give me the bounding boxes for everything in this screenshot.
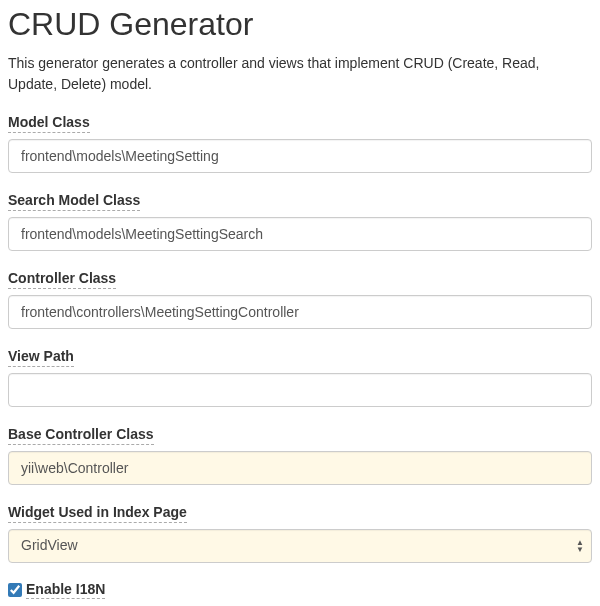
form-group-base-controller-class: Base Controller Class: [8, 425, 592, 485]
enable-i18n-checkbox[interactable]: [8, 583, 22, 597]
page-title: CRUD Generator: [8, 6, 592, 43]
widget-used-label: Widget Used in Index Page: [8, 504, 187, 523]
page-description: This generator generates a controller an…: [8, 53, 592, 95]
form-group-enable-i18n: Enable I18N: [8, 581, 592, 599]
search-model-class-label: Search Model Class: [8, 192, 140, 211]
base-controller-class-label: Base Controller Class: [8, 426, 154, 445]
controller-class-input[interactable]: [8, 295, 592, 329]
model-class-label: Model Class: [8, 114, 90, 133]
base-controller-class-input[interactable]: [8, 451, 592, 485]
model-class-input[interactable]: [8, 139, 592, 173]
form-group-widget-used: Widget Used in Index Page GridView ▲▼: [8, 503, 592, 563]
widget-used-select[interactable]: GridView: [8, 529, 592, 563]
search-model-class-input[interactable]: [8, 217, 592, 251]
view-path-input[interactable]: [8, 373, 592, 407]
view-path-label: View Path: [8, 348, 74, 367]
enable-i18n-label: Enable I18N: [26, 581, 105, 599]
controller-class-label: Controller Class: [8, 270, 116, 289]
form-group-controller-class: Controller Class: [8, 269, 592, 329]
form-group-view-path: View Path: [8, 347, 592, 407]
form-group-search-model-class: Search Model Class: [8, 191, 592, 251]
form-group-model-class: Model Class: [8, 113, 592, 173]
